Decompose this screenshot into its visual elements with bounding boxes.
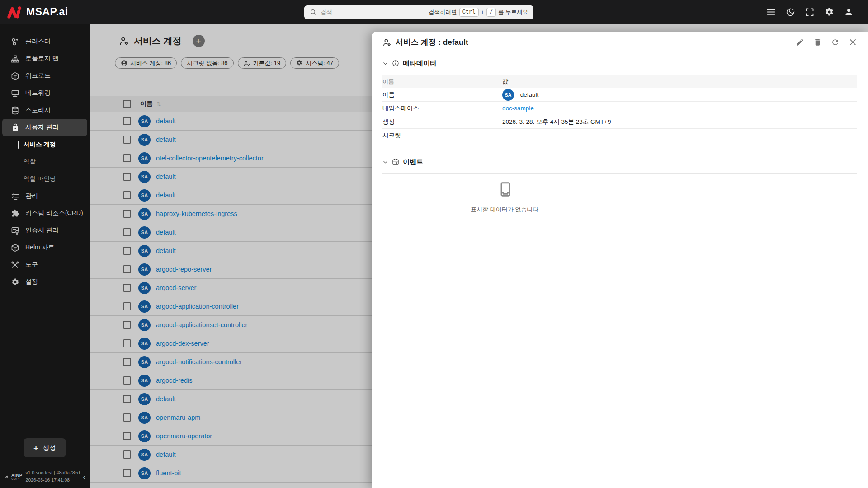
build-timestamp: 2026-03-16 17:41:08 xyxy=(26,477,80,484)
settings-icon[interactable] xyxy=(824,7,834,17)
hint-suffix: 를 누르세요 xyxy=(498,9,528,16)
events-empty-state: 표시할 데이터가 없습니다. xyxy=(382,174,628,220)
sidebar-item-tools[interactable]: 도구 xyxy=(0,256,90,273)
section-title: 이벤트 xyxy=(403,158,423,166)
drawer-header: 서비스 계정 : default xyxy=(372,32,868,53)
sidebar-item-management[interactable]: 관리 xyxy=(0,188,90,205)
sidebar-item-label: 워크로드 xyxy=(25,72,51,80)
topbar-actions xyxy=(766,0,854,24)
delete-icon[interactable] xyxy=(813,38,822,47)
metadata-section-header: 메타데이터 xyxy=(382,57,857,69)
top-bar: MSAP.ai 검색 검색하려면 Ctrl + / 를 누르세요 xyxy=(0,0,868,24)
logo-text: MSAP.ai xyxy=(26,6,68,18)
menu-icon[interactable] xyxy=(766,7,776,17)
metadata-table: 이름 값 이름 SA default 네임스페이스 doc-sample 생성 … xyxy=(382,75,857,142)
detail-drawer: 서비스 계정 : default xyxy=(372,32,868,488)
metadata-table-header: 이름 값 xyxy=(382,75,857,88)
checklist-icon xyxy=(11,192,19,201)
sidebar-item-label: 사용자 관리 xyxy=(25,123,59,131)
brand-sub: CDP xyxy=(11,478,23,481)
sidebar-nav: 클러스터 토폴로지 맵 워크로드 xyxy=(0,24,90,291)
sidebar-item-topology-map[interactable]: 토폴로지 맵 xyxy=(0,50,90,67)
search-shortcut-hint: 검색하려면 Ctrl + / 를 누르세요 xyxy=(429,8,528,17)
fullscreen-icon[interactable] xyxy=(805,7,815,17)
sidebar-item-label: Helm 차트 xyxy=(25,244,55,252)
version-text: v1.0.soo.test | #8a0a78cd xyxy=(26,469,80,477)
metadata-label: 네임스페이스 xyxy=(382,102,502,115)
metadata-row-name: 이름 SA default xyxy=(382,88,857,102)
cluster-icon xyxy=(11,38,19,46)
no-data-icon xyxy=(497,181,514,199)
metadata-col-value: 값 xyxy=(502,75,857,88)
close-icon[interactable] xyxy=(848,38,857,47)
metadata-value: default xyxy=(520,91,539,98)
sidebar-subitem-label: 서비스 계정 xyxy=(24,141,56,149)
hint-prefix: 검색하려면 xyxy=(429,9,457,16)
sidebar-item-user-management[interactable]: 사용자 관리 xyxy=(2,119,87,136)
empty-state-text: 표시할 데이터가 없습니다. xyxy=(471,206,540,214)
sidebar-item-custom-resources[interactable]: 커스텀 리소스(CRD) xyxy=(0,205,90,222)
sidebar-footer: AINP CDP v1.0.soo.test | #8a0a78cd 2026-… xyxy=(0,465,90,488)
create-button-label: 생성 xyxy=(43,444,56,452)
database-icon xyxy=(11,106,19,115)
metadata-col-name: 이름 xyxy=(382,75,502,88)
metadata-label: 이름 xyxy=(382,88,502,102)
search-input[interactable]: 검색 검색하려면 Ctrl + / 를 누르세요 xyxy=(304,5,533,19)
lock-icon xyxy=(11,123,19,132)
metadata-label: 시크릿 xyxy=(382,129,502,142)
ainp-logo-icon xyxy=(5,473,8,481)
drawer-body: 메타데이터 이름 값 이름 SA default 네임스페이스 doc-samp… xyxy=(372,57,868,221)
sidebar-item-label: 도구 xyxy=(25,261,38,269)
service-account-icon xyxy=(382,38,392,47)
sidebar-item-role-binding[interactable]: 역할 바인딩 xyxy=(0,170,90,188)
metadata-label: 생성 xyxy=(382,115,502,129)
sidebar-item-label: 스토리지 xyxy=(25,106,51,114)
sidebar-item-label: 네트워킹 xyxy=(25,89,51,97)
sidebar-item-workload[interactable]: 워크로드 xyxy=(0,67,90,84)
sa-badge: SA xyxy=(502,89,514,101)
chevron-down-icon[interactable] xyxy=(382,61,388,66)
network-icon xyxy=(11,89,19,98)
sidebar-item-settings[interactable]: 설정 xyxy=(0,273,90,291)
edit-icon[interactable] xyxy=(795,38,804,47)
puzzle-icon xyxy=(11,209,19,218)
namespace-link[interactable]: doc-sample xyxy=(502,105,534,112)
refresh-icon[interactable] xyxy=(830,38,840,47)
metadata-row-secret: 시크릿 xyxy=(382,129,857,142)
kbd-slash: / xyxy=(486,8,496,17)
kbd-ctrl: Ctrl xyxy=(459,8,479,17)
sidebar-item-certificates[interactable]: 인증서 관리 xyxy=(0,222,90,239)
sidebar-item-networking[interactable]: 네트워킹 xyxy=(0,84,90,102)
certificate-icon xyxy=(11,226,19,235)
sidebar-item-label: 토폴로지 맵 xyxy=(25,55,59,63)
search-placeholder: 검색 xyxy=(321,8,332,16)
metadata-value xyxy=(502,129,857,142)
events-section-header: 이벤트 xyxy=(382,156,857,168)
chevron-down-icon[interactable] xyxy=(382,159,388,165)
sidebar-item-helm-charts[interactable]: Helm 차트 xyxy=(0,239,90,256)
app-logo[interactable]: MSAP.ai xyxy=(0,6,68,19)
sidebar-item-cluster[interactable]: 클러스터 xyxy=(0,33,90,50)
create-button[interactable]: + 생성 xyxy=(24,438,66,457)
sidebar-item-label: 인증서 관리 xyxy=(25,226,59,235)
sidebar-item-role[interactable]: 역할 xyxy=(0,153,90,170)
dark-mode-icon[interactable] xyxy=(785,7,795,17)
metadata-row-namespace: 네임스페이스 doc-sample xyxy=(382,102,857,115)
calendar-clock-icon xyxy=(392,158,399,165)
metadata-row-created: 생성 2026. 3. 28. 오후 4시 35분 23초 GMT+9 xyxy=(382,115,857,129)
msap-logo-icon xyxy=(7,6,22,19)
package-icon xyxy=(11,244,19,252)
sidebar-item-service-account[interactable]: 서비스 계정 xyxy=(0,136,90,153)
drawer-actions xyxy=(795,38,857,47)
cube-icon xyxy=(11,72,19,80)
sidebar-item-label: 관리 xyxy=(25,192,38,200)
sidebar-subitem-label: 역할 xyxy=(24,158,36,166)
tools-icon xyxy=(11,261,19,269)
plus-icon: + xyxy=(33,444,38,452)
sidebar-item-storage[interactable]: 스토리지 xyxy=(0,102,90,119)
search-icon xyxy=(310,9,317,16)
account-icon[interactable] xyxy=(844,7,854,17)
gear-icon xyxy=(11,278,19,286)
sidebar-item-label: 설정 xyxy=(25,278,38,286)
sidebar-collapse-icon[interactable]: ‹ xyxy=(83,474,85,480)
